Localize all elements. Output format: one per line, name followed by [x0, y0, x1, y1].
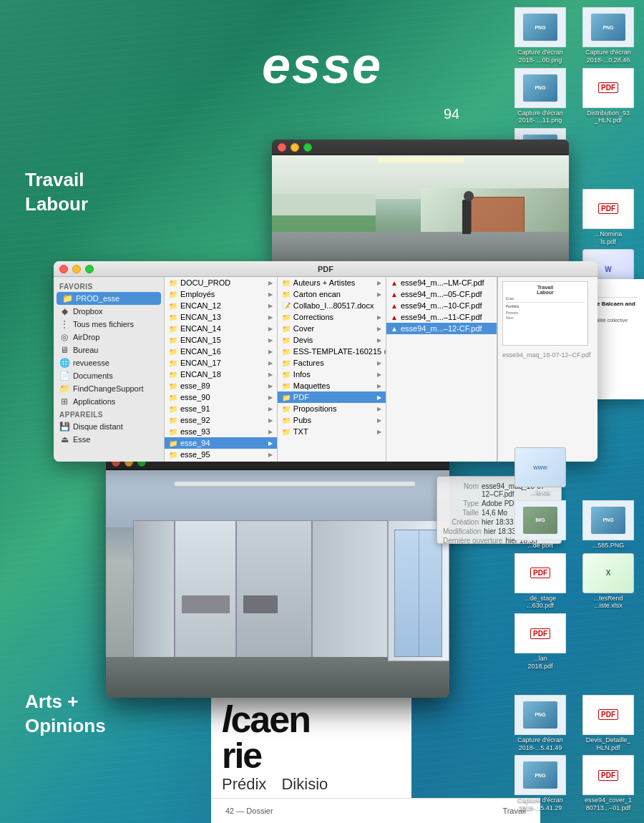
col1-esse92[interactable]: 📁 esse_92 ▶: [165, 414, 277, 426]
col2-cover[interactable]: 📁 Cover ▶: [278, 323, 386, 334]
sidebar-item-esse-device[interactable]: ⏏ Esse: [54, 433, 164, 446]
sidebar-item-applications[interactable]: ⊞ Applications: [54, 395, 164, 408]
office-photo-content: [106, 470, 449, 698]
col1-esse95[interactable]: 📁 esse_95 ▶: [165, 449, 277, 460]
desktop-icon-xlsx[interactable]: X ...tesRend...iste.xlsx: [576, 553, 640, 610]
finder-window: PDF FAVORIS 📁 PROD_esse ◆ Dropbox ⋮ Tous…: [54, 261, 597, 462]
col1-encan14[interactable]: 📁 ENCAN_14 ▶: [165, 323, 277, 334]
icon-thumb-devis: [582, 695, 634, 735]
col1-encan18[interactable]: 📁 ENCAN_18 ▶: [165, 369, 277, 380]
col2-corrections[interactable]: 📁 Corrections ▶: [278, 311, 386, 323]
desktop-icon-cover01[interactable]: esse94_cover_180713...–01.pdf: [576, 755, 640, 812]
folder-icon-c1-10: 📁: [169, 394, 177, 401]
column-3: ▲ esse94_m...–LM-CF.pdf ▲ esse94_m...–05…: [386, 277, 497, 462]
arrow-c2-11: ▶: [377, 406, 381, 412]
arrow-c2-13: ▶: [377, 429, 381, 435]
desktop-icon-capture2[interactable]: PNG Capture d'écran2018-...0.28.46: [576, 7, 640, 64]
desktop-icon-585png[interactable]: PNG ...585.PNG: [576, 500, 640, 550]
icon-label-lan: ...lan2018.pdf: [527, 655, 552, 671]
sidebar-item-all-files[interactable]: ⋮ Tous mes fichiers: [54, 318, 164, 331]
col3-pdf-lm[interactable]: ▲ esse94_m...–LM-CF.pdf: [386, 277, 497, 288]
col3-pdf-11[interactable]: ▲ esse94_m...–11-CF.pdf: [386, 311, 497, 323]
arrow-c1-4: ▶: [268, 326, 273, 332]
desktop-icon-port[interactable]: IMG ...de port: [508, 500, 572, 550]
sidebar-item-findchange[interactable]: 📁 FindChangeSupport: [54, 382, 164, 395]
arrow-c1-7: ▶: [268, 360, 273, 366]
desktop-icon-capture-bottom2[interactable]: PNG Capture d'écran2018-...5.41.29: [508, 755, 572, 812]
icon-label-xlsx: ...tesRend...iste.xlsx: [593, 595, 623, 610]
findchange-icon: 📁: [59, 384, 69, 394]
sidebar-item-documents[interactable]: 📄 Documents: [54, 369, 164, 382]
sidebar-item-disque[interactable]: 💾 Disque distant: [54, 420, 164, 433]
folder-icon-c1-15: 📁: [169, 451, 177, 459]
col2-collabo[interactable]: 📝 Collabo_I...80517.docx: [278, 300, 386, 311]
sidebar-item-prod-esse[interactable]: 📁 PROD_esse: [57, 292, 161, 305]
magazine-bottom-bar: 42 — Dossier Travail: [211, 798, 540, 823]
sidebar-item-revueesse[interactable]: 🌐 revueesse: [54, 356, 164, 369]
col2-carton[interactable]: 📁 Carton encan ▶: [278, 288, 386, 300]
col1-encan17[interactable]: 📁 ENCAN_17 ▶: [165, 357, 277, 369]
desktop-icon-esse-ca[interactable]: www ...le.ca: [508, 447, 572, 497]
col1-encan16[interactable]: 📁 ENCAN_16 ▶: [165, 346, 277, 357]
col1-esse93[interactable]: 📁 esse_93 ▶: [165, 426, 277, 437]
finder-minimize[interactable]: [72, 265, 81, 273]
col1-esse89[interactable]: 📁 esse_89 ▶: [165, 380, 277, 391]
light-fixture: [378, 157, 464, 162]
spacer2: [576, 447, 628, 497]
col2-maquettes[interactable]: 📁 Maquettes ▶: [278, 380, 386, 391]
col2-pdf[interactable]: 📁 PDF ▶: [278, 391, 386, 403]
col3-pdf-10[interactable]: ▲ esse94_m...–10-CF.pdf: [386, 300, 497, 311]
close-button-top[interactable]: [278, 143, 286, 152]
sidebar-item-dropbox[interactable]: ◆ Dropbox: [54, 305, 164, 318]
arrow-c2-6: ▶: [384, 349, 386, 355]
col1-employes[interactable]: 📁 Employés ▶: [165, 288, 277, 300]
minimize-button-top[interactable]: [291, 143, 299, 152]
sidebar-item-bureau[interactable]: 🖥 Bureau: [54, 344, 164, 356]
col2-factures[interactable]: 📁 Factures ▶: [278, 357, 386, 369]
ceiling-light: [175, 482, 415, 486]
icon-label-capture1: Capture d'écran2018-....00.png: [517, 49, 563, 64]
arrow-c1-3: ▶: [268, 314, 273, 321]
col2-esse-template[interactable]: 📁 ESS-TEMPLATE-160215 ▶: [278, 346, 386, 357]
desktop-icon-devis[interactable]: Devis_Detaille_HLN.pdf: [576, 695, 640, 752]
documents-icon: 📄: [59, 371, 69, 381]
icon-thumb-xlsx: X: [582, 553, 634, 593]
desktop-icon-lan[interactable]: ...lan2018.pdf: [508, 613, 572, 671]
desktop-icon-capture-bottom1[interactable]: PNG Capture d'écran2018-...5.41.49: [508, 695, 572, 752]
desktop-icon-capture3[interactable]: PNG Capture d'écran2018-....11.png: [508, 68, 572, 125]
desktop-icon-nominals[interactable]: ...Nominals.pdf: [576, 189, 640, 246]
col1-esse90[interactable]: 📁 esse_90 ▶: [165, 391, 277, 403]
pdf-icon-c3-3: ▲: [391, 313, 398, 321]
col3-pdf-05[interactable]: ▲ esse94_m...–05-CF.pdf: [386, 288, 497, 300]
desktop-icon-capture1[interactable]: PNG Capture d'écran2018-....00.png: [508, 7, 572, 64]
photo-content-hallway: [272, 155, 569, 265]
icon-thumb-distribution: [582, 68, 634, 108]
col2-infos[interactable]: 📁 Infos ▶: [278, 369, 386, 380]
desk-item: [182, 595, 230, 613]
column-1: 📁 DOCU_PROD ▶ 📁 Employés ▶ 📁 ENCAN_12 ▶: [165, 277, 278, 462]
col2-devis[interactable]: 📁 Devis ▶: [278, 334, 386, 346]
office-window: [394, 530, 442, 657]
col1-encan12[interactable]: 📁 ENCAN_12 ▶: [165, 300, 277, 311]
finder-maximize[interactable]: [85, 265, 94, 273]
col1-docu-prod[interactable]: 📁 DOCU_PROD ▶: [165, 277, 277, 288]
col1-esse-en-ligne[interactable]: 📁 esse_en_ligne ▶: [165, 460, 277, 462]
col2-pubs[interactable]: 📁 Pubs ▶: [278, 414, 386, 426]
col2-auteurs[interactable]: 📁 Auteurs + Artistes ▶: [278, 277, 386, 288]
maximize-button-top[interactable]: [303, 143, 312, 152]
col1-encan13[interactable]: 📁 ENCAN_13 ▶: [165, 311, 277, 323]
desktop-icon-distribution[interactable]: Distribution_93_HLN.pdf: [576, 68, 640, 125]
partition-left: [133, 520, 175, 661]
col3-pdf-12[interactable]: ▲ esse94_m...–12-CF.pdf: [386, 323, 497, 334]
col1-esse91[interactable]: 📁 esse_91 ▶: [165, 403, 277, 414]
eject-icon: ⏏: [59, 434, 69, 444]
sidebar-item-airdrop[interactable]: ◎ AirDrop: [54, 331, 164, 344]
desktop-icon-stage[interactable]: ...de_stage...630.pdf: [508, 553, 572, 610]
pdf-icon-c3-2: ▲: [391, 302, 398, 310]
folder-icon-c1-3: 📁: [169, 313, 177, 321]
col1-esse94[interactable]: 📁 esse_94 ▶: [165, 437, 277, 449]
col2-propositions[interactable]: 📁 Propositions ▶: [278, 403, 386, 414]
col2-txt[interactable]: 📁 TXT ▶: [278, 426, 386, 437]
finder-close[interactable]: [59, 265, 68, 273]
col1-encan15[interactable]: 📁 ENCAN_15 ▶: [165, 334, 277, 346]
